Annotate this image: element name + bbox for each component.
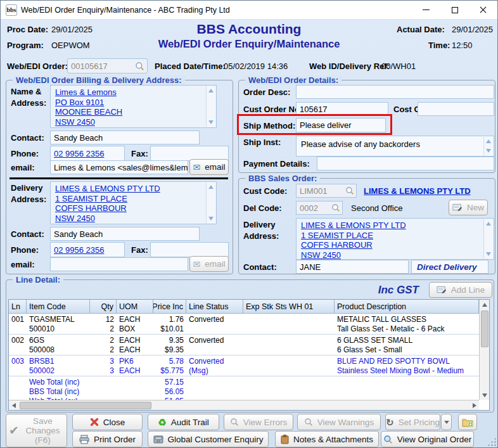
global-customer-enquiry-button[interactable]: Global Customer Enquiry [148, 431, 269, 447]
maximize-button[interactable] [440, 1, 469, 19]
order-desc-input[interactable] [296, 85, 494, 99]
table-horizontal-scrollbar[interactable] [9, 400, 479, 410]
delivery-address-box[interactable]: LIMES & LEMONS PTY LTD 1 SEAMIST PLACE C… [50, 181, 217, 224]
search-icon[interactable] [345, 186, 354, 197]
del-code-input[interactable]: 0002 [296, 201, 343, 215]
view-warnings-button[interactable]: View Warnings [297, 414, 381, 430]
set-pricing-icon: ↻ [386, 418, 394, 427]
delivery-address-line[interactable]: LIMES & LEMONS PTY LTD [55, 184, 203, 194]
scrollbar-thumb[interactable] [20, 402, 151, 409]
close-button[interactable]: Close [72, 414, 143, 430]
scroll-up-icon[interactable] [486, 139, 491, 143]
billing-group-title: Web/EDI Order Billing & Delivery Address… [13, 75, 185, 85]
delivery-contact-input[interactable]: Sandy Beach [50, 227, 200, 241]
page-subtitle: Web/EDI Order Enquiry/Maintenance [1, 38, 497, 50]
delivery-phone-input[interactable]: 02 9956 2356 [50, 242, 125, 257]
add-line-button[interactable]: Add Line [429, 282, 492, 298]
delivery-phone-link[interactable]: 02 9956 2356 [54, 245, 105, 255]
close-x-icon [90, 418, 99, 426]
resize-grip[interactable] [487, 437, 496, 446]
payment-details-input[interactable] [317, 157, 494, 170]
delivery-address-line[interactable]: COFFS HARBOUR [55, 203, 203, 214]
delivery-email-input[interactable] [50, 257, 188, 271]
cust-name-link[interactable]: LIMES & LEMONS PTY LTD [364, 186, 471, 196]
ship-inst-label: Ship Inst: [243, 138, 281, 147]
close-window-button[interactable] [469, 1, 497, 19]
folder-add-icon [462, 418, 473, 427]
close-icon [480, 6, 487, 13]
notes-attachments-button[interactable]: Notes & Attachments [275, 431, 379, 447]
set-pricing-button[interactable]: ↻ Set Pricing [385, 414, 440, 430]
billing-email-input[interactable]: Limes & Lemons <sales@limes&lem [50, 160, 188, 174]
search-icon[interactable] [331, 203, 340, 214]
scroll-up-icon[interactable] [486, 222, 491, 226]
cost-centre-input[interactable] [418, 102, 494, 116]
so-delivery-address-line[interactable]: COFFS HARBOUR [301, 240, 481, 250]
delivery-email-label: email: [11, 260, 35, 269]
table-row[interactable]: 0026GS 2EACH 9.35Converted 6 GLASS SET S… [9, 335, 479, 355]
billing-address-line[interactable]: MOONEE BEACH [55, 107, 203, 117]
scrollbar-thumb[interactable] [481, 310, 488, 347]
scroll-up-icon[interactable] [208, 89, 214, 93]
so-delivery-address-line[interactable]: LIMES & LEMONS PTY LTD [301, 221, 481, 231]
scroll-down-icon[interactable] [486, 252, 491, 256]
minimize-button[interactable] [412, 1, 440, 19]
billing-address-line[interactable]: Limes & Lemons [55, 87, 203, 98]
order-details-group-title: Web/EDI Order Details: [245, 75, 342, 85]
billing-email-button[interactable]: ✉ email [189, 159, 229, 175]
address-scrollbar[interactable] [206, 86, 215, 127]
billing-email-label: email: [11, 163, 35, 172]
so-delivery-address-line[interactable]: 1 SEAMIST PLACE [301, 231, 481, 241]
delivery-address-line[interactable]: 1 SEAMIST PLACE [55, 194, 203, 204]
delivery-phone-label: Phone: [11, 245, 39, 255]
title-bar[interactable]: bbs Web/EDI Order Enquiry/Maintenance - … [1, 1, 497, 20]
delivery-address-line[interactable]: NSW 2450 [55, 214, 203, 224]
scroll-down-icon[interactable] [482, 390, 487, 400]
billing-contact-input[interactable]: Sandy Beach [50, 131, 200, 144]
save-check-icon: ✔ [9, 425, 19, 437]
webedi-order-input[interactable]: 00105617 [67, 58, 148, 74]
address-scrollbar[interactable] [206, 182, 215, 223]
so-delivery-address-line[interactable]: NSW 2450 [301, 250, 481, 260]
view-original-order-button[interactable]: View Original Order [381, 431, 474, 447]
audit-trail-button[interactable]: ♻ Audit Trail [148, 414, 219, 430]
billing-address-box[interactable]: Limes & Lemons PO Box 9101 MOONEE BEACH … [50, 85, 217, 128]
cust-code-input[interactable]: LIM001 [296, 184, 357, 198]
ship-inst-scrollbar[interactable] [483, 137, 493, 155]
email-icon: ✉ [193, 260, 201, 269]
total-row: BBS Total (inc) 56.05 [9, 387, 479, 397]
col-header-item-code: Item Code [27, 300, 90, 313]
scroll-up-icon[interactable] [208, 185, 214, 189]
save-changes-button[interactable]: ✔ Save Changes (F6) [6, 414, 67, 447]
ship-inst-input[interactable]: Please advise of any backorders [296, 136, 494, 157]
search-icon[interactable] [135, 61, 144, 73]
so-delivery-address-box[interactable]: LIMES & LEMONS PTY LTD 1 SEAMIST PLACE C… [296, 218, 494, 260]
new-delivery-button[interactable]: New [449, 200, 488, 215]
billing-phone-input[interactable]: 02 9956 2356 [50, 146, 125, 161]
search-icon [230, 418, 239, 426]
scroll-up-icon[interactable] [482, 300, 487, 309]
scroll-down-icon[interactable] [208, 120, 214, 124]
scroll-right-icon[interactable] [469, 403, 479, 408]
view-errors-button[interactable]: View Errors [224, 414, 293, 430]
table-row[interactable]: 001TGASMETAL 12EACH 1.76Converted METALI… [9, 314, 479, 335]
billing-phone-link[interactable]: 02 9956 2356 [54, 149, 105, 158]
col-header-exp-stk: Exp Stk Sts WH 01 [243, 300, 335, 313]
table-vertical-scrollbar[interactable] [479, 300, 489, 400]
set-pricing-dropdown-button[interactable] [441, 414, 452, 430]
col-header-uom: UOM [117, 300, 153, 313]
billing-address-line[interactable]: PO Box 9101 [55, 98, 203, 108]
address-scrollbar[interactable] [483, 219, 493, 259]
scroll-left-icon[interactable] [9, 403, 18, 408]
email-icon: ✉ [193, 163, 201, 172]
open-folder-button[interactable] [458, 414, 477, 430]
scroll-down-icon[interactable] [208, 217, 214, 221]
billing-address-line[interactable]: NSW 2450 [55, 117, 203, 127]
delivery-fax-input[interactable] [150, 242, 229, 257]
scroll-down-icon[interactable] [486, 149, 491, 153]
so-contact-input[interactable]: JANE [296, 260, 409, 274]
time-label: Time: [428, 41, 450, 50]
print-order-button[interactable]: Print Order [72, 431, 143, 447]
delivery-email-button[interactable]: ✉ email [189, 256, 229, 272]
table-row[interactable]: 003BRSB1 3PK6 5.78Converted BLUE AND RED… [9, 355, 479, 376]
